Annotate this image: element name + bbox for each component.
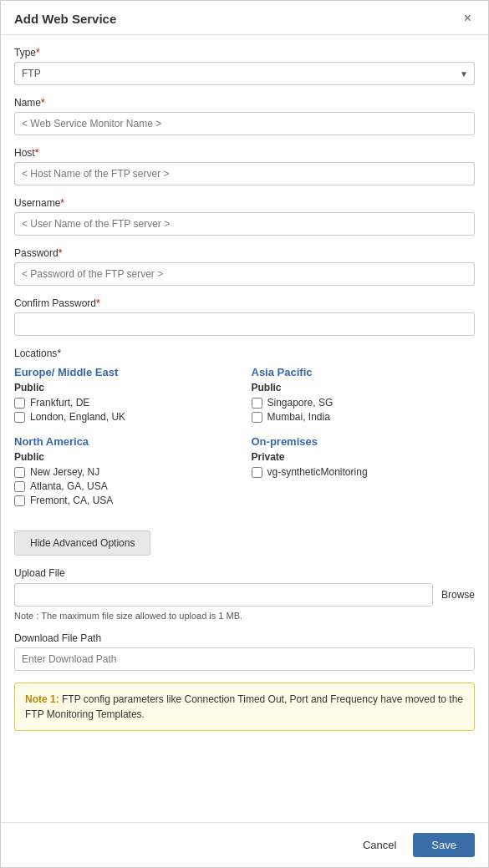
location-vg-synthetic-checkbox[interactable] [252,467,262,478]
note-text: FTP config parameters like Connection Ti… [25,693,463,720]
location-london: London, England, UK [14,411,238,423]
region-north-america: North America Public New Jersey, NJ Atla… [14,435,238,509]
location-atlanta-checkbox[interactable] [14,481,25,492]
upload-section: Upload File Browse Note : The maximum fi… [14,567,475,621]
locations-grid: Europe/ Middle East Public Frankfurt, DE… [14,366,475,519]
host-input[interactable] [14,162,475,185]
cancel-button[interactable]: Cancel [354,834,405,856]
username-label: Username* [14,197,475,209]
confirm-password-label: Confirm Password* [14,297,475,309]
close-button[interactable]: × [461,11,475,26]
location-vg-synthetic: vg-syntheticMonitoring [252,466,476,478]
confirm-password-input[interactable] [14,312,475,336]
type-select[interactable]: FTP [14,62,475,85]
dialog-title: Add Web Service [14,12,116,26]
location-frankfurt: Frankfurt, DE [14,397,238,409]
location-fremont-checkbox[interactable] [14,495,25,506]
type-select-wrapper: FTP [14,62,475,85]
download-path-input[interactable] [14,647,475,671]
location-new-jersey-checkbox[interactable] [14,467,25,478]
hide-advanced-button[interactable]: Hide Advanced Options [14,530,150,556]
save-button[interactable]: Save [413,833,475,857]
host-label: Host* [14,147,475,159]
location-atlanta: Atlanta, GA, USA [14,480,238,492]
name-input[interactable] [14,112,475,135]
host-group: Host* [14,147,475,185]
add-web-service-dialog: Add Web Service × Type* FTP Name* H [0,0,489,868]
download-section: Download File Path [14,632,475,671]
dialog-footer: Cancel Save [1,822,488,867]
upload-file-input[interactable] [14,583,433,607]
browse-button[interactable]: Browse [441,589,475,601]
region-north-america-title: North America [14,435,238,448]
location-mumbai-checkbox[interactable] [252,412,262,423]
location-london-checkbox[interactable] [14,412,25,423]
region-on-premises-private-label: Private [252,451,476,463]
type-label: Type* [14,47,475,58]
username-input[interactable] [14,212,475,236]
region-asia-public-label: Public [252,382,476,393]
locations-label: Locations* [14,348,475,359]
location-fremont: Fremont, CA, USA [14,495,238,506]
hide-advanced-wrapper: Hide Advanced Options [14,530,475,567]
location-frankfurt-checkbox[interactable] [14,398,25,409]
region-on-premises-title: On-premises [252,435,476,448]
upload-row: Browse [14,583,475,607]
location-new-jersey: New Jersey, NJ [14,466,238,478]
region-north-america-public-label: Public [14,451,238,463]
type-group: Type* FTP [14,47,475,85]
upload-label: Upload File [14,567,475,579]
confirm-password-group: Confirm Password* [14,297,475,336]
password-label: Password* [14,247,475,259]
location-mumbai: Mumbai, India [252,411,476,423]
upload-note: Note : The maximum file size allowed to … [14,611,475,621]
username-group: Username* [14,197,475,236]
password-input[interactable] [14,262,475,286]
region-europe-title: Europe/ Middle East [14,366,238,378]
region-europe: Europe/ Middle East Public Frankfurt, DE… [14,366,238,425]
name-group: Name* [14,97,475,135]
note-label: Note 1: [25,693,59,705]
password-group: Password* [14,247,475,286]
dialog-body: Type* FTP Name* Host* Username [1,35,488,822]
region-asia-title: Asia Pacific [252,366,476,378]
location-singapore-checkbox[interactable] [252,398,262,409]
note-box: Note 1: FTP config parameters like Conne… [14,683,475,731]
download-label: Download File Path [14,632,475,644]
locations-section: Locations* Europe/ Middle East Public Fr… [14,348,475,519]
location-singapore: Singapore, SG [252,397,476,409]
dialog-header: Add Web Service × [1,1,488,35]
region-europe-public-label: Public [14,382,238,393]
name-label: Name* [14,97,475,109]
region-on-premises: On-premises Private vg-syntheticMonitori… [252,435,476,509]
region-asia: Asia Pacific Public Singapore, SG Mumbai… [252,366,476,425]
